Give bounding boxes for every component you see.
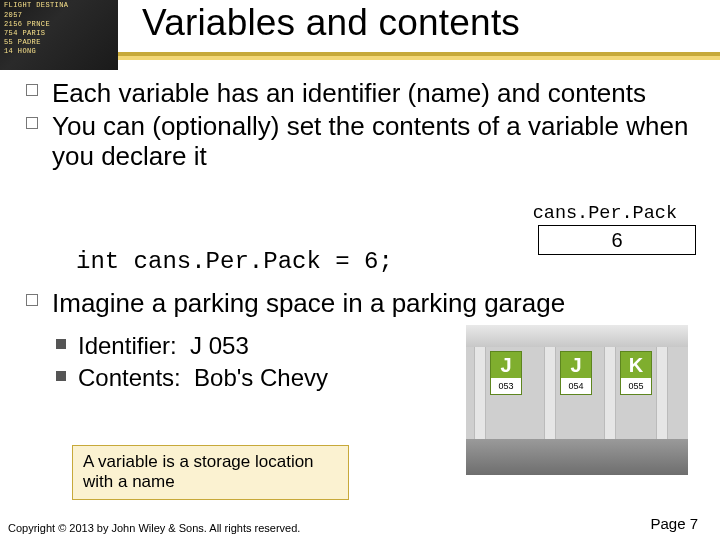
garage-pillar bbox=[474, 347, 486, 439]
definition-callout: A variable is a storage location with a … bbox=[72, 445, 349, 500]
square-bullet-icon bbox=[56, 339, 66, 349]
page-number: Page 7 bbox=[650, 515, 698, 532]
board-row: FLIGHT DESTINA bbox=[4, 2, 114, 9]
bullet-icon bbox=[26, 117, 38, 129]
bullet-icon bbox=[26, 294, 38, 306]
garage-pillar bbox=[544, 347, 556, 439]
sign-letter: K bbox=[621, 352, 651, 378]
parking-sign: J 053 bbox=[490, 351, 522, 395]
sign-letter: J bbox=[491, 352, 521, 378]
bullet-3: Imagine a parking space in a parking gar… bbox=[20, 288, 710, 321]
garage-ceiling bbox=[466, 325, 688, 347]
sign-number: 053 bbox=[491, 378, 521, 394]
parking-garage-image: J 053 J 054 K 055 bbox=[466, 325, 688, 475]
body-bullets: Each variable has an identifier (name) a… bbox=[20, 78, 700, 174]
bullet-icon bbox=[26, 84, 38, 96]
sign-letter: J bbox=[561, 352, 591, 378]
sign-number: 054 bbox=[561, 378, 591, 394]
parking-sign: K 055 bbox=[620, 351, 652, 395]
title-underline bbox=[118, 56, 720, 60]
sub-value: Bob's Chevy bbox=[194, 364, 328, 391]
garage-floor bbox=[466, 439, 688, 475]
variable-value-box: 6 bbox=[538, 225, 696, 255]
header-departure-board-image: FLIGHT DESTINA 2057 2156 PRNCE 754 PARIS… bbox=[0, 0, 118, 70]
square-bullet-icon bbox=[56, 371, 66, 381]
board-row: 14 HONG bbox=[4, 48, 114, 55]
slide-title: Variables and contents bbox=[142, 2, 520, 44]
bullet-text: You can (optionally) set the contents of… bbox=[52, 111, 688, 172]
bullet-2: You can (optionally) set the contents of… bbox=[20, 111, 700, 172]
bullet-1: Each variable has an identifier (name) a… bbox=[20, 78, 700, 109]
slide-root: FLIGHT DESTINA 2057 2156 PRNCE 754 PARIS… bbox=[0, 0, 720, 540]
board-row: 754 PARIS bbox=[4, 30, 114, 37]
code-example: int cans.Per.Pack = 6; bbox=[76, 248, 393, 275]
garage-pillar bbox=[656, 347, 668, 439]
sub-bullet-contents: Contents: Bob's Chevy bbox=[56, 362, 328, 394]
garage-pillar bbox=[604, 347, 616, 439]
sub-label: Contents: bbox=[78, 364, 181, 391]
board-row: 2156 PRNCE bbox=[4, 21, 114, 28]
sub-value: J 053 bbox=[190, 332, 249, 359]
parking-sign: J 054 bbox=[560, 351, 592, 395]
variable-name-label: cans.Per.Pack bbox=[533, 203, 677, 224]
board-row: 2057 bbox=[4, 12, 114, 19]
board-row: 55 PADRE bbox=[4, 39, 114, 46]
copyright-text: Copyright © 2013 by John Wiley & Sons. A… bbox=[8, 522, 300, 534]
sub-bullet-identifier: Identifier: J 053 bbox=[56, 330, 328, 362]
sub-label: Identifier: bbox=[78, 332, 177, 359]
bullet-text: Imagine a parking space in a parking gar… bbox=[52, 288, 565, 318]
sub-bullets: Identifier: J 053 Contents: Bob's Chevy bbox=[56, 330, 328, 395]
sign-number: 055 bbox=[621, 378, 651, 394]
bullet-text: Each variable has an identifier (name) a… bbox=[52, 78, 646, 108]
